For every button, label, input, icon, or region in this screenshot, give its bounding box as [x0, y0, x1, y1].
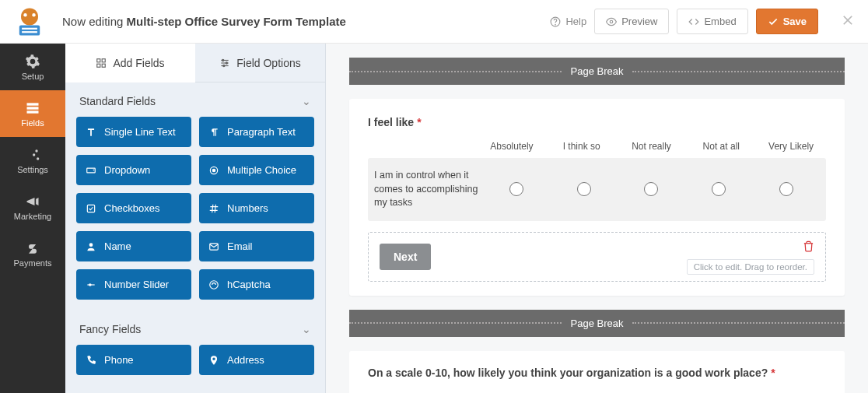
svg-point-27: [212, 169, 215, 172]
hash-icon: [208, 203, 219, 214]
nav-payments[interactable]: Payments: [0, 230, 65, 277]
nav-rail: Setup Fields Settings Marketing Payments: [0, 44, 65, 393]
form-canvas[interactable]: Page Break I feel like* Absolutely I thi…: [326, 44, 868, 393]
svg-point-1: [23, 13, 26, 16]
dropdown-icon: [86, 165, 96, 176]
page-break[interactable]: Page Break: [349, 310, 845, 337]
help-icon: [550, 16, 561, 27]
form-name: Multi-step Office Survey Form Template: [127, 15, 346, 28]
svg-rect-18: [103, 64, 106, 67]
top-actions: Help Preview Embed Save: [550, 9, 856, 34]
text-icon: [86, 127, 96, 138]
svg-point-13: [33, 153, 35, 156]
mail-icon: [208, 241, 219, 252]
page-nav-block[interactable]: Next Click to edit. Drag to reorder.: [368, 232, 826, 282]
field-hcaptcha[interactable]: hCaptcha: [199, 269, 314, 300]
nav-setup[interactable]: Setup: [0, 44, 65, 90]
svg-point-29: [89, 243, 93, 247]
svg-point-33: [210, 280, 219, 289]
slider-icon: [86, 279, 96, 290]
likert-radio[interactable]: [779, 182, 793, 196]
chevron-down-icon: ⌄: [302, 323, 311, 335]
form-icon: [25, 100, 40, 116]
svg-point-8: [610, 20, 613, 23]
svg-point-24: [223, 65, 225, 66]
tune-icon: [219, 58, 230, 68]
section-fancy-fields[interactable]: Fancy Fields ⌄: [65, 311, 325, 345]
likert-radio[interactable]: [712, 182, 726, 196]
nps-field[interactable]: On a scale 0-10, how likely you think yo…: [349, 351, 845, 394]
field-paragraph-text[interactable]: Paragraph Text: [199, 117, 314, 147]
field-number-slider[interactable]: Number Slider: [76, 269, 191, 300]
help-link[interactable]: Help: [550, 16, 586, 27]
svg-rect-16: [103, 59, 106, 62]
likert-field[interactable]: I feel like* Absolutely I think so Not r…: [349, 99, 845, 296]
field-label: I feel like*: [368, 116, 826, 128]
tab-add-fields[interactable]: Add Fields: [65, 44, 195, 82]
preview-button[interactable]: Preview: [594, 9, 669, 34]
likert-radio[interactable]: [577, 182, 591, 196]
field-name[interactable]: Name: [76, 231, 191, 261]
svg-point-12: [35, 149, 37, 152]
check-icon: [768, 16, 779, 27]
trash-icon: [803, 240, 814, 252]
paragraph-icon: [208, 127, 219, 138]
svg-rect-15: [97, 59, 100, 62]
section-standard-fields[interactable]: Standard Fields ⌄: [65, 82, 325, 117]
svg-rect-4: [22, 27, 37, 29]
svg-point-0: [21, 8, 38, 25]
editing-prefix: Now editing: [62, 15, 123, 28]
sliders-icon: [25, 147, 40, 163]
fields-side-panel: Add Fields Field Options Standard Fields…: [65, 44, 326, 393]
likert-statement: I am in control when it comes to accompl…: [374, 169, 483, 210]
chevron-down-icon: ⌄: [302, 95, 311, 107]
field-email[interactable]: Email: [199, 231, 314, 261]
top-bar: Now editing Multi-step Office Survey For…: [0, 0, 868, 44]
likert-radio[interactable]: [644, 182, 658, 196]
field-dropdown[interactable]: Dropdown: [76, 155, 191, 185]
grid-icon: [96, 58, 107, 68]
svg-point-7: [555, 24, 556, 25]
save-button[interactable]: Save: [756, 9, 818, 34]
gear-icon: [25, 54, 40, 69]
field-single-line-text[interactable]: Single Line Text: [76, 117, 191, 147]
nav-settings[interactable]: Settings: [0, 137, 65, 184]
svg-rect-17: [97, 64, 100, 67]
embed-button[interactable]: Embed: [677, 9, 747, 34]
app-logo: [12, 5, 47, 39]
svg-point-2: [32, 13, 35, 16]
svg-rect-28: [87, 205, 94, 212]
field-numbers[interactable]: Numbers: [199, 193, 314, 223]
close-button[interactable]: [840, 11, 856, 33]
delete-icon[interactable]: [803, 240, 814, 255]
pin-icon: [208, 355, 219, 366]
checkbox-icon: [86, 203, 96, 214]
close-icon: [840, 12, 856, 28]
code-icon: [688, 16, 699, 27]
field-multiple-choice[interactable]: Multiple Choice: [199, 155, 314, 185]
field-label: On a scale 0-10, how likely you think yo…: [368, 367, 826, 379]
page-break[interactable]: Page Break: [349, 58, 845, 85]
dollar-icon: [25, 240, 40, 256]
reorder-hint: Click to edit. Drag to reorder.: [687, 259, 814, 275]
likert-radio[interactable]: [509, 182, 523, 196]
radio-icon: [208, 165, 219, 176]
svg-point-22: [222, 59, 224, 61]
svg-point-23: [226, 61, 227, 63]
captcha-icon: [208, 279, 219, 290]
svg-point-32: [89, 283, 92, 286]
tab-field-options[interactable]: Field Options: [195, 44, 325, 82]
field-address[interactable]: Address: [199, 345, 314, 375]
page-title: Now editing Multi-step Office Survey For…: [62, 15, 550, 28]
svg-point-14: [37, 157, 39, 160]
eye-icon: [606, 16, 617, 27]
svg-rect-10: [27, 107, 39, 109]
nav-marketing[interactable]: Marketing: [0, 184, 65, 230]
next-button[interactable]: Next: [380, 244, 431, 270]
likert-row: I am in control when it comes to accompl…: [368, 158, 826, 221]
nav-fields[interactable]: Fields: [0, 90, 65, 137]
field-checkboxes[interactable]: Checkboxes: [76, 193, 191, 223]
svg-rect-9: [27, 103, 39, 105]
svg-rect-3: [19, 25, 40, 35]
field-phone[interactable]: Phone: [76, 345, 191, 375]
